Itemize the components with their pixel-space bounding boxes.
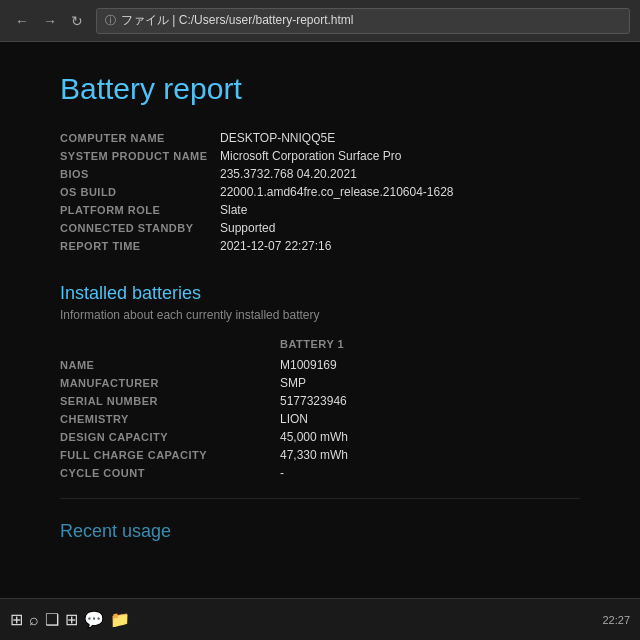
- browser-chrome: ← → ↻ ⓘ ファイル | C:/Users/user/battery-rep…: [0, 0, 640, 42]
- label-bios: BIOS: [60, 168, 220, 180]
- installed-batteries-title: Installed batteries: [60, 283, 580, 304]
- label-system-product: SYSTEM PRODUCT NAME: [60, 150, 220, 162]
- lock-icon: ⓘ: [105, 13, 116, 28]
- info-row-system-product: SYSTEM PRODUCT NAME Microsoft Corporatio…: [60, 149, 580, 163]
- label-battery-name: NAME: [60, 359, 280, 371]
- address-bar[interactable]: ⓘ ファイル | C:/Users/user/battery-report.ht…: [96, 8, 630, 34]
- info-row-platform-role: PLATFORM ROLE Slate: [60, 203, 580, 217]
- refresh-button[interactable]: ↻: [66, 11, 88, 31]
- battery-row-name: NAME M1009169: [60, 358, 580, 372]
- battery-column-header: BATTERY 1: [280, 338, 580, 350]
- chat-taskbar-icon[interactable]: 💬: [84, 610, 104, 629]
- page-title: Battery report: [60, 72, 580, 106]
- windows-start-icon[interactable]: ⊞: [10, 610, 23, 629]
- address-text: ファイル | C:/Users/user/battery-report.html: [121, 12, 354, 29]
- label-os-build: OS BUILD: [60, 186, 220, 198]
- recent-usage-title: Recent usage: [60, 521, 580, 542]
- value-manufacturer: SMP: [280, 376, 580, 390]
- battery-row-manufacturer: MANUFACTURER SMP: [60, 376, 580, 390]
- value-platform-role: Slate: [220, 203, 247, 217]
- battery-row-design-capacity: DESIGN CAPACITY 45,000 mWh: [60, 430, 580, 444]
- value-bios: 235.3732.768 04.20.2021: [220, 167, 357, 181]
- installed-batteries-subtitle: Information about each currently install…: [60, 308, 580, 322]
- value-chemistry: LION: [280, 412, 580, 426]
- label-connected-standby: CONNECTED STANDBY: [60, 222, 220, 234]
- label-cycle-count: CYCLE COUNT: [60, 467, 280, 479]
- label-design-capacity: DESIGN CAPACITY: [60, 431, 280, 443]
- battery-header-row: BATTERY 1: [60, 338, 580, 350]
- battery-row-full-charge: FULL CHARGE CAPACITY 47,330 mWh: [60, 448, 580, 462]
- search-taskbar-icon[interactable]: ⌕: [29, 611, 39, 629]
- taskbar-icons: ⊞ ⌕ ❑ ⊞ 💬 📁: [10, 610, 130, 629]
- info-row-bios: BIOS 235.3732.768 04.20.2021: [60, 167, 580, 181]
- label-report-time: REPORT TIME: [60, 240, 220, 252]
- value-report-time: 2021-12-07 22:27:16: [220, 239, 331, 253]
- taskbar-right: 22:27: [602, 614, 630, 626]
- recent-usage-section: Recent usage: [60, 498, 580, 542]
- label-chemistry: CHEMISTRY: [60, 413, 280, 425]
- value-cycle-count: -: [280, 466, 580, 480]
- battery-row-chemistry: CHEMISTRY LION: [60, 412, 580, 426]
- widgets-icon[interactable]: ⊞: [65, 610, 78, 629]
- battery-table: BATTERY 1 NAME M1009169 MANUFACTURER SMP…: [60, 338, 580, 480]
- label-full-charge-capacity: FULL CHARGE CAPACITY: [60, 449, 280, 461]
- label-manufacturer: MANUFACTURER: [60, 377, 280, 389]
- battery-row-cycle-count: CYCLE COUNT -: [60, 466, 580, 480]
- value-serial-number: 5177323946: [280, 394, 580, 408]
- back-button[interactable]: ←: [10, 11, 34, 31]
- value-system-product: Microsoft Corporation Surface Pro: [220, 149, 401, 163]
- value-os-build: 22000.1.amd64fre.co_release.210604-1628: [220, 185, 454, 199]
- value-connected-standby: Supported: [220, 221, 275, 235]
- value-design-capacity: 45,000 mWh: [280, 430, 580, 444]
- value-full-charge-capacity: 47,330 mWh: [280, 448, 580, 462]
- value-battery-name: M1009169: [280, 358, 580, 372]
- folder-taskbar-icon[interactable]: 📁: [110, 610, 130, 629]
- info-row-os-build: OS BUILD 22000.1.amd64fre.co_release.210…: [60, 185, 580, 199]
- info-row-computer-name: COMPUTER NAME DESKTOP-NNIQQ5E: [60, 131, 580, 145]
- taskbar: ⊞ ⌕ ❑ ⊞ 💬 📁 22:27: [0, 598, 640, 640]
- taskbar-time: 22:27: [602, 614, 630, 626]
- task-view-icon[interactable]: ❑: [45, 610, 59, 629]
- taskbar-left: ⊞ ⌕ ❑ ⊞ 💬 📁: [10, 610, 130, 629]
- system-info-table: COMPUTER NAME DESKTOP-NNIQQ5E SYSTEM PRO…: [60, 131, 580, 253]
- page-content: Battery report COMPUTER NAME DESKTOP-NNI…: [0, 42, 640, 598]
- label-computer-name: COMPUTER NAME: [60, 132, 220, 144]
- label-serial-number: SERIAL NUMBER: [60, 395, 280, 407]
- installed-batteries-section: Installed batteries Information about ea…: [60, 283, 580, 480]
- info-row-connected-standby: CONNECTED STANDBY Supported: [60, 221, 580, 235]
- battery-row-serial: SERIAL NUMBER 5177323946: [60, 394, 580, 408]
- nav-buttons: ← → ↻: [10, 11, 88, 31]
- info-row-report-time: REPORT TIME 2021-12-07 22:27:16: [60, 239, 580, 253]
- label-platform-role: PLATFORM ROLE: [60, 204, 220, 216]
- value-computer-name: DESKTOP-NNIQQ5E: [220, 131, 335, 145]
- battery-header-spacer: [60, 338, 280, 350]
- forward-button[interactable]: →: [38, 11, 62, 31]
